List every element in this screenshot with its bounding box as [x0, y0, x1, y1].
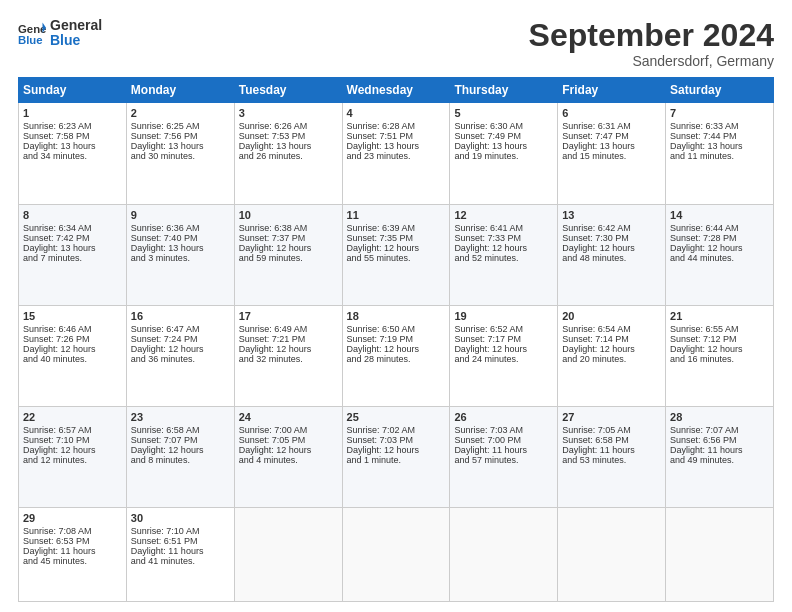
day-info-line: Sunset: 6:58 PM [562, 435, 661, 445]
title-block: September 2024 Sandersdorf, Germany [529, 18, 774, 69]
day-info-line: Sunrise: 7:05 AM [562, 425, 661, 435]
day-info-line: Sunrise: 6:41 AM [454, 223, 553, 233]
day-info-line: Sunrise: 6:50 AM [347, 324, 446, 334]
col-thursday: Thursday [450, 78, 558, 103]
day-info-line: Sunrise: 7:08 AM [23, 526, 122, 536]
calendar-header-row: Sunday Monday Tuesday Wednesday Thursday… [19, 78, 774, 103]
day-info-line: and 57 minutes. [454, 455, 553, 465]
day-info-line: Daylight: 13 hours [562, 141, 661, 151]
day-info-line: and 8 minutes. [131, 455, 230, 465]
logo-blue: Blue [50, 33, 102, 48]
day-number: 21 [670, 310, 769, 322]
day-info-line: Daylight: 12 hours [347, 243, 446, 253]
table-cell: 30Sunrise: 7:10 AMSunset: 6:51 PMDayligh… [126, 508, 234, 602]
day-info-line: Daylight: 11 hours [454, 445, 553, 455]
table-cell: 6Sunrise: 6:31 AMSunset: 7:47 PMDaylight… [558, 103, 666, 204]
day-info-line: Daylight: 12 hours [131, 344, 230, 354]
day-info-line: Daylight: 12 hours [23, 344, 122, 354]
day-info-line: Sunrise: 6:49 AM [239, 324, 338, 334]
day-info-line: and 36 minutes. [131, 354, 230, 364]
table-cell: 22Sunrise: 6:57 AMSunset: 7:10 PMDayligh… [19, 407, 127, 508]
day-info-line: and 44 minutes. [670, 253, 769, 263]
day-info-line: Sunset: 6:53 PM [23, 536, 122, 546]
day-info-line: Sunset: 7:10 PM [23, 435, 122, 445]
day-info-line: Sunset: 6:56 PM [670, 435, 769, 445]
day-info-line: Daylight: 11 hours [131, 546, 230, 556]
day-info-line: and 49 minutes. [670, 455, 769, 465]
col-wednesday: Wednesday [342, 78, 450, 103]
logo-general: General [50, 18, 102, 33]
day-number: 9 [131, 209, 230, 221]
day-info-line: and 15 minutes. [562, 151, 661, 161]
day-info-line: Daylight: 13 hours [347, 141, 446, 151]
day-info-line: Sunrise: 6:34 AM [23, 223, 122, 233]
day-info-line: Daylight: 13 hours [131, 141, 230, 151]
day-info-line: Daylight: 13 hours [23, 243, 122, 253]
day-number: 20 [562, 310, 661, 322]
day-info-line: Sunset: 6:51 PM [131, 536, 230, 546]
location: Sandersdorf, Germany [529, 53, 774, 69]
day-info-line: Daylight: 12 hours [131, 445, 230, 455]
day-info-line: Sunrise: 6:54 AM [562, 324, 661, 334]
table-cell: 24Sunrise: 7:00 AMSunset: 7:05 PMDayligh… [234, 407, 342, 508]
day-info-line: Sunrise: 7:07 AM [670, 425, 769, 435]
day-number: 5 [454, 107, 553, 119]
table-cell: 27Sunrise: 7:05 AMSunset: 6:58 PMDayligh… [558, 407, 666, 508]
day-number: 24 [239, 411, 338, 423]
day-info-line: Sunrise: 6:55 AM [670, 324, 769, 334]
day-number: 30 [131, 512, 230, 524]
day-number: 18 [347, 310, 446, 322]
day-info-line: Daylight: 11 hours [562, 445, 661, 455]
day-info-line: Sunset: 7:05 PM [239, 435, 338, 445]
day-info-line: Daylight: 12 hours [562, 243, 661, 253]
day-number: 7 [670, 107, 769, 119]
day-info-line: and 24 minutes. [454, 354, 553, 364]
table-cell: 9Sunrise: 6:36 AMSunset: 7:40 PMDaylight… [126, 204, 234, 305]
day-number: 22 [23, 411, 122, 423]
table-cell: 26Sunrise: 7:03 AMSunset: 7:00 PMDayligh… [450, 407, 558, 508]
table-cell: 28Sunrise: 7:07 AMSunset: 6:56 PMDayligh… [666, 407, 774, 508]
month-title: September 2024 [529, 18, 774, 53]
day-number: 26 [454, 411, 553, 423]
day-number: 15 [23, 310, 122, 322]
day-info-line: Sunrise: 6:25 AM [131, 121, 230, 131]
table-cell: 18Sunrise: 6:50 AMSunset: 7:19 PMDayligh… [342, 305, 450, 406]
day-number: 8 [23, 209, 122, 221]
table-cell: 16Sunrise: 6:47 AMSunset: 7:24 PMDayligh… [126, 305, 234, 406]
day-info-line: Sunset: 7:37 PM [239, 233, 338, 243]
day-info-line: and 7 minutes. [23, 253, 122, 263]
table-cell: 11Sunrise: 6:39 AMSunset: 7:35 PMDayligh… [342, 204, 450, 305]
day-info-line: and 52 minutes. [454, 253, 553, 263]
day-info-line: Daylight: 12 hours [454, 344, 553, 354]
day-info-line: Daylight: 12 hours [562, 344, 661, 354]
day-number: 16 [131, 310, 230, 322]
day-info-line: Sunrise: 7:03 AM [454, 425, 553, 435]
day-number: 23 [131, 411, 230, 423]
day-info-line: Sunset: 7:30 PM [562, 233, 661, 243]
day-info-line: Sunset: 7:56 PM [131, 131, 230, 141]
table-cell: 23Sunrise: 6:58 AMSunset: 7:07 PMDayligh… [126, 407, 234, 508]
day-info-line: and 59 minutes. [239, 253, 338, 263]
day-info-line: Sunrise: 6:47 AM [131, 324, 230, 334]
day-info-line: Sunrise: 7:00 AM [239, 425, 338, 435]
svg-text:Blue: Blue [18, 34, 43, 46]
table-cell: 15Sunrise: 6:46 AMSunset: 7:26 PMDayligh… [19, 305, 127, 406]
day-info-line: Daylight: 11 hours [670, 445, 769, 455]
day-info-line: and 11 minutes. [670, 151, 769, 161]
table-cell: 19Sunrise: 6:52 AMSunset: 7:17 PMDayligh… [450, 305, 558, 406]
day-info-line: and 45 minutes. [23, 556, 122, 566]
day-info-line: and 26 minutes. [239, 151, 338, 161]
day-info-line: and 53 minutes. [562, 455, 661, 465]
day-info-line: Daylight: 12 hours [670, 344, 769, 354]
day-info-line: Sunset: 7:17 PM [454, 334, 553, 344]
col-friday: Friday [558, 78, 666, 103]
day-info-line: and 3 minutes. [131, 253, 230, 263]
table-cell [450, 508, 558, 602]
day-info-line: Daylight: 11 hours [23, 546, 122, 556]
table-cell [666, 508, 774, 602]
day-info-line: Sunset: 7:14 PM [562, 334, 661, 344]
day-info-line: Sunset: 7:03 PM [347, 435, 446, 445]
col-sunday: Sunday [19, 78, 127, 103]
day-info-line: Daylight: 13 hours [131, 243, 230, 253]
day-info-line: Sunset: 7:47 PM [562, 131, 661, 141]
